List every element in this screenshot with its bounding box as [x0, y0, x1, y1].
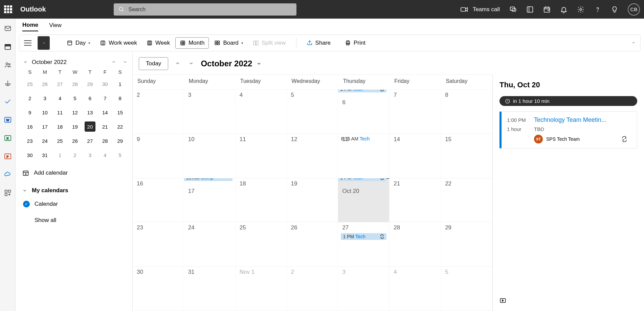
today-button[interactable]: Today	[139, 57, 168, 70]
new-event-dropdown[interactable]	[38, 36, 50, 50]
note-icon[interactable]	[526, 6, 534, 13]
mini-day[interactable]: 16	[24, 121, 35, 132]
calendar-cell[interactable]: 24	[184, 222, 236, 266]
mini-day[interactable]: 21	[99, 121, 110, 132]
calendar-checkbox-icon[interactable]: ✓	[23, 201, 30, 207]
tab-home[interactable]: Home	[22, 20, 38, 31]
mini-day[interactable]: 18	[54, 121, 65, 132]
mini-day[interactable]: 25	[24, 79, 35, 89]
calendar-icon[interactable]	[4, 43, 12, 50]
show-all-button[interactable]: Show all	[35, 217, 128, 224]
mini-day[interactable]: 29	[85, 79, 95, 89]
calendar-cell[interactable]: 3	[184, 90, 236, 134]
mini-day[interactable]: 17	[40, 121, 50, 132]
mini-day[interactable]: 2	[69, 150, 80, 160]
details-event-card[interactable]: 1:00 PM Technology Team Meetin... 1 hour…	[499, 111, 637, 149]
mini-day[interactable]: 15	[115, 107, 126, 117]
next-month-button[interactable]	[188, 61, 194, 67]
mini-day[interactable]: 23	[24, 136, 35, 146]
onedrive-icon[interactable]	[4, 171, 12, 178]
calendar-cell[interactable]: Nov 1	[236, 267, 287, 311]
mini-day[interactable]: 24	[40, 136, 50, 146]
calendar-cell[interactable]: 29	[441, 222, 492, 266]
calendar-cell[interactable]: 18	[236, 178, 287, 222]
event-chip[interactable]: 1 PM Tech	[338, 90, 386, 92]
calendar-cell[interactable]: 271 PM Tech	[338, 222, 390, 266]
mini-month-collapse[interactable]	[22, 60, 28, 65]
calendar-cell[interactable]: 8	[441, 90, 492, 134]
todo-icon[interactable]	[4, 98, 12, 105]
mini-month-name[interactable]: October 2022	[32, 59, 108, 66]
mini-day[interactable]: 26	[69, 136, 80, 146]
day-icon[interactable]	[543, 6, 551, 13]
mini-day[interactable]: 8	[115, 93, 126, 103]
mail-icon[interactable]	[4, 25, 12, 32]
event-inline[interactable]: 8:15 AM Tech	[341, 136, 370, 141]
teams-call-button[interactable]: Teams call	[461, 6, 500, 13]
mini-day[interactable]: 25	[54, 136, 65, 146]
calendar-cell[interactable]: 7	[390, 90, 441, 134]
calendar-cell[interactable]: 10	[184, 134, 236, 178]
mini-prev-month[interactable]	[111, 60, 116, 65]
calendar-cell[interactable]: 28	[390, 222, 441, 266]
prev-month-button[interactable]	[175, 61, 180, 67]
mini-day[interactable]: 30	[24, 150, 35, 160]
view-day-button[interactable]: Day ▾	[63, 37, 94, 49]
calendar-cell[interactable]: 2	[287, 267, 338, 311]
mini-day[interactable]: 3	[85, 150, 95, 160]
calendar-month-selector[interactable]: October 2022	[201, 59, 262, 68]
excel-icon[interactable]: X	[4, 134, 12, 142]
mini-day[interactable]: 9	[24, 107, 35, 117]
mini-day[interactable]: 5	[69, 93, 80, 103]
calendar-cell[interactable]: 21	[390, 178, 441, 222]
calendar-cell[interactable]: 12	[287, 134, 338, 178]
calendar-cell[interactable]: 16	[133, 178, 184, 222]
account-avatar[interactable]: CB	[628, 3, 640, 16]
my-calendars-section[interactable]: My calendars	[22, 187, 128, 194]
event-chip[interactable]: 1 PM Tech	[341, 233, 386, 240]
calendar-cell[interactable]: 10 AM Comp17	[184, 178, 236, 222]
mini-day[interactable]: 5	[115, 150, 126, 160]
mini-day[interactable]: 13	[85, 107, 95, 117]
people-icon[interactable]	[4, 61, 12, 69]
mini-day[interactable]: 28	[69, 79, 80, 89]
calendar-cell[interactable]: 8:15 AM Tech13	[338, 134, 390, 178]
mini-day[interactable]: 20	[85, 121, 95, 132]
word-icon[interactable]: W	[4, 116, 12, 124]
mini-day[interactable]: 19	[69, 121, 80, 132]
mini-day[interactable]: 29	[115, 136, 126, 146]
calendar-cell[interactable]: 5	[441, 267, 492, 311]
calendar-cell[interactable]: 25	[236, 222, 287, 266]
view-week-button[interactable]: Week	[142, 37, 174, 49]
mini-day[interactable]: 27	[85, 136, 95, 146]
mini-day[interactable]: 6	[85, 93, 95, 103]
mini-day[interactable]: 12	[69, 107, 80, 117]
help-icon[interactable]	[594, 6, 601, 13]
app-launcher-icon[interactable]	[4, 5, 12, 14]
mini-day[interactable]: 4	[54, 93, 65, 103]
mini-day[interactable]: 30	[99, 79, 110, 89]
calendar-cell[interactable]: 4	[390, 267, 441, 311]
calendar-cell[interactable]: 9	[133, 134, 184, 178]
mini-day[interactable]: 1	[115, 79, 126, 89]
notifications-icon[interactable]	[560, 6, 568, 13]
mini-day[interactable]: 1	[54, 150, 65, 160]
calendar-cell[interactable]: 22	[441, 178, 492, 222]
mini-day[interactable]: 31	[40, 150, 50, 160]
calendar-cell[interactable]: 15	[441, 134, 492, 178]
calendar-cell[interactable]: 30	[133, 267, 184, 311]
add-calendar-button[interactable]: Add calendar	[22, 168, 128, 178]
view-month-button[interactable]: Month	[175, 37, 209, 49]
mini-next-month[interactable]	[123, 60, 128, 65]
mini-day[interactable]: 7	[99, 93, 110, 103]
event-chip[interactable]: 1 PM Tech	[338, 178, 386, 181]
calendar-cell[interactable]: 11	[236, 134, 287, 178]
expand-details-icon[interactable]	[499, 297, 506, 305]
calendar-cell[interactable]: 14	[390, 134, 441, 178]
mini-day[interactable]: 2	[24, 93, 35, 103]
calendar-cell[interactable]: 1 PM TechOct 20	[338, 178, 390, 222]
view-board-button[interactable]: Board ▾	[210, 37, 247, 49]
mini-day[interactable]: 28	[99, 136, 110, 146]
calendar-cell[interactable]: 4	[236, 90, 287, 134]
calendar-cell[interactable]: 5	[287, 90, 338, 134]
